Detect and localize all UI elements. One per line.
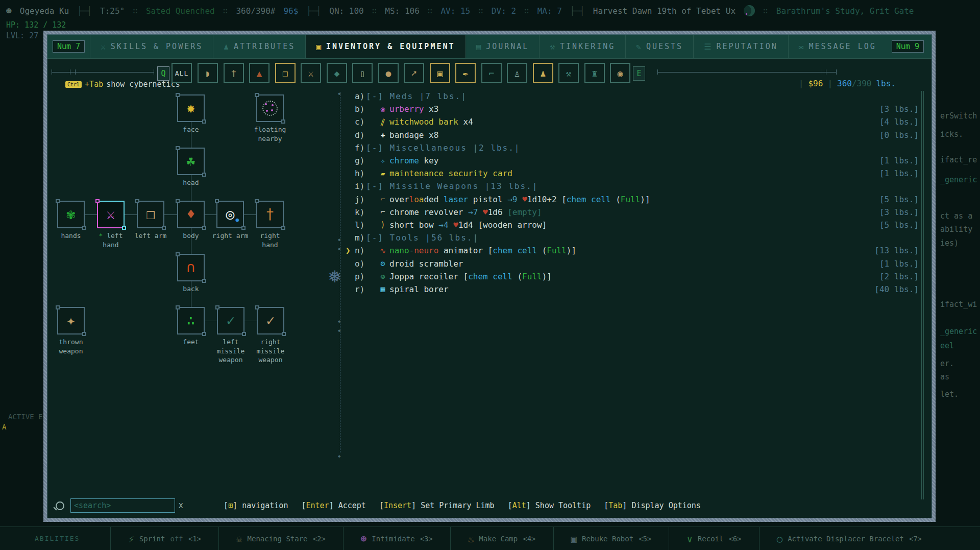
inventory-item-row[interactable]: b)❀urberry x3[3 lbs.] — [346, 103, 919, 115]
tab-skills-powers[interactable]: ⚔SKILLS & POWERS — [90, 35, 213, 58]
equipment-slot-right-hand[interactable]: † — [256, 201, 284, 228]
witchwood-bark-icon: ∥ — [375, 115, 391, 129]
equipment-slot-floating-nearby[interactable] — [256, 94, 284, 122]
ability-name: Make Camp — [479, 535, 518, 543]
category-filter-button[interactable]: ⌐ — [481, 63, 502, 83]
ability-menacing-stare[interactable]: ☠Menacing Stare<2> — [218, 527, 343, 550]
slot-label-text: left arm — [135, 232, 167, 240]
inventory-item-row[interactable]: h)▰maintenance security card[1 lbs.] — [346, 167, 919, 180]
head-icon: ☘ — [187, 154, 195, 169]
category-filter-button[interactable]: ❒ — [275, 63, 296, 83]
scrollbar-track[interactable] — [921, 91, 924, 499]
slot-label-right-missile-weapon: right missile weapon — [246, 338, 295, 365]
equipment-slot-feet[interactable]: ∴ — [177, 307, 205, 334]
equipment-slot-left-hand[interactable]: ⚔ — [97, 201, 125, 228]
equipment-slot-hands[interactable]: ✾ — [57, 201, 85, 228]
weight-value: /390 — [852, 79, 872, 88]
item-name-segment: witchwood bark — [389, 117, 458, 127]
category-filter-button[interactable]: ▣ — [430, 63, 450, 83]
money-value: $96 — [808, 79, 823, 88]
tab-message-log[interactable]: ✉MESSAGE LOG — [788, 35, 887, 58]
ability-make-camp[interactable]: ♨Make Camp<4> — [450, 527, 553, 550]
page-left-button[interactable]: Q — [157, 66, 169, 81]
category-icon: ▲ — [257, 68, 262, 79]
spiral-borer-icon: ▦ — [376, 284, 389, 294]
category-filter-button[interactable]: ✒ — [455, 63, 476, 83]
equipment-slot-back[interactable]: ∩ — [177, 254, 205, 281]
inventory-item-row[interactable]: c)∥witchwood bark x4[4 lbs.] — [346, 115, 919, 128]
item-name-segment: ♥ — [453, 220, 458, 230]
page-right-button[interactable]: E — [633, 66, 645, 81]
inventory-category-row[interactable]: m)[-] Tools |56 lbs.| — [346, 231, 919, 244]
category-filter-button[interactable]: ▲ — [249, 63, 270, 83]
inventory-item-row[interactable]: d)✚bandage x8[0 lbs.] — [346, 129, 919, 141]
category-filter-button[interactable]: ● — [378, 63, 399, 83]
ability-activate-displacer-bracelet[interactable]: ○Activate Displacer Bracelet<7> — [759, 527, 939, 550]
slot-corner-notch — [282, 332, 286, 336]
item-key-label: r) — [355, 284, 366, 294]
equipment-slot-left-arm[interactable]: ❒ — [137, 201, 164, 228]
slot-corner-notch — [255, 305, 259, 309]
tab-label: ATTRIBUTES — [234, 42, 295, 51]
inventory-item-row[interactable]: k)⌐chrome revolver →7 ♥1d6 [empty][3 lbs… — [346, 206, 919, 219]
right-missile-weapon-icon: ✓ — [266, 314, 275, 328]
category-filter-button[interactable]: ⚔ — [301, 63, 321, 83]
slot-corner-notch — [162, 226, 166, 230]
tab-attributes[interactable]: ♟ATTRIBUTES — [213, 35, 305, 58]
category-filter-button[interactable]: ♜ — [584, 63, 605, 83]
category-filter-button[interactable]: ◉ — [610, 63, 630, 83]
ability-bar-label: ABILITIES — [0, 535, 110, 542]
category-filter-button[interactable]: ◆ — [327, 63, 347, 83]
tab-reputation[interactable]: ☰REPUTATION — [693, 35, 788, 58]
ability-sprint[interactable]: ⚡Sprintoff<1> — [110, 527, 218, 550]
equipment-slot-thrown-weapon[interactable]: ✦ — [57, 307, 85, 334]
category-filter-button[interactable]: ▯ — [352, 63, 373, 83]
equipment-slot-face[interactable]: ✸ — [177, 94, 205, 122]
slot-corner-notch — [95, 199, 100, 203]
inventory-category-row[interactable]: i)[-] Missile Weapons |13 lbs.| — [346, 180, 919, 193]
equipment-slot-head[interactable]: ☘ — [177, 148, 205, 175]
make-camp-icon: ♨ — [468, 533, 474, 544]
hint-accept: [Enter] Accept — [301, 501, 365, 510]
category-filter-button[interactable]: ◗ — [198, 63, 218, 83]
category-filter-button[interactable]: ♟ — [533, 63, 553, 83]
inventory-item-row[interactable]: l))short bow →4 ♥1d4 [wooden arrow][5 lb… — [346, 219, 919, 231]
inventory-item-row[interactable]: g)✧chrome key[1 lbs.] — [346, 154, 919, 167]
ability-recoil[interactable]: ∨Recoil<6> — [669, 527, 758, 550]
inventory-category-row[interactable]: f)[-] Miscellaneous |2 lbs.| — [346, 141, 919, 154]
weight-value: | — [827, 79, 832, 88]
inventory-item-row[interactable]: j)⌐overloaded laser pistol →9 ♥1d10+2 [c… — [346, 193, 919, 206]
inventory-window: Num 7⚔SKILLS & POWERS♟ATTRIBUTES▣INVENTO… — [43, 31, 936, 522]
ability-rebuke-robot[interactable]: ▣Rebuke Robot<5> — [553, 527, 669, 550]
inventory-category-row[interactable]: a)[-] Meds |7 lbs.| — [346, 90, 919, 103]
search-clear-button[interactable]: X — [175, 501, 187, 510]
item-name-segment: - — [409, 246, 414, 255]
slot-corner-notch — [202, 119, 206, 124]
filter-all-button[interactable]: ALL — [172, 63, 192, 83]
ability-intimidate[interactable]: ☻Intimidate<3> — [343, 527, 450, 550]
equipment-slot-right-missile-weapon[interactable]: ✓ — [257, 307, 284, 334]
ctrl-key-badge: Ctrl — [65, 81, 82, 88]
search-input[interactable] — [71, 501, 175, 510]
equipment-slot-right-arm[interactable]: ◎● — [216, 201, 244, 228]
inventory-item-row[interactable]: r)▦spiral borer[40 lbs.] — [346, 283, 919, 296]
tab-journal[interactable]: ▤JOURNAL — [465, 35, 540, 58]
displacer-icon: ○ — [777, 533, 782, 544]
status-segment: ├─┤ — [570, 6, 585, 16]
inventory-item-row[interactable]: ❯n)∿nano-neuro animator [chem cell (Full… — [346, 244, 919, 257]
tab-quests[interactable]: ✎QUESTS — [625, 35, 693, 58]
category-filter-button[interactable]: ♙ — [507, 63, 527, 83]
hint-bracket: [ — [224, 501, 228, 510]
category-filter-button[interactable]: ⚒ — [558, 63, 579, 83]
tab-tinkering[interactable]: ⚒TINKERING — [539, 35, 625, 58]
tab-inventory-equipment[interactable]: ▣INVENTORY & EQUIPMENT — [305, 35, 465, 58]
item-name-segment: chem cell — [567, 195, 611, 204]
item-weight: [1 lbs.] — [879, 169, 919, 178]
category-filter-button[interactable]: † — [224, 63, 244, 83]
equipment-slot-body[interactable]: ♦ — [177, 201, 205, 228]
equipment-slot-left-missile-weapon[interactable]: ✓ — [217, 307, 244, 334]
inventory-item-row[interactable]: o)⚙droid scrambler[1 lbs.] — [346, 257, 919, 270]
inventory-item-row[interactable]: p)❂Joppa recoiler [chem cell (Full)][2 l… — [346, 270, 919, 283]
category-filter-button[interactable]: ➚ — [404, 63, 424, 83]
message-log-icon: ✉ — [799, 42, 804, 52]
